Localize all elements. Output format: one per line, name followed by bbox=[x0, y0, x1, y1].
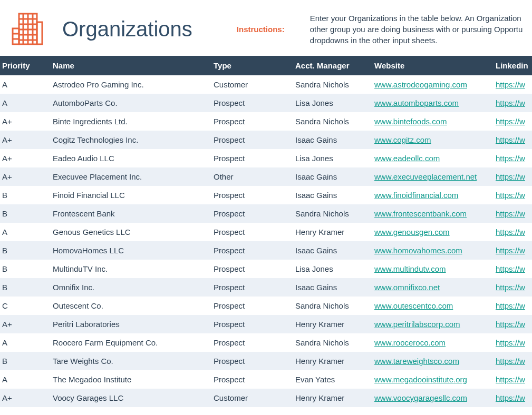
col-name[interactable]: Name bbox=[53, 56, 214, 75]
cell-linkedin[interactable]: https://w bbox=[496, 333, 532, 352]
col-priority[interactable]: Priority bbox=[0, 56, 53, 75]
website-link[interactable]: www.voocygaragesllc.com bbox=[374, 393, 467, 402]
linkedin-link[interactable]: https://w bbox=[496, 246, 525, 255]
cell-name[interactable]: Astrodeo Pro Gaming Inc. bbox=[53, 75, 214, 94]
cell-priority[interactable]: A bbox=[0, 370, 53, 389]
cell-linkedin[interactable]: https://w bbox=[496, 131, 532, 149]
cell-manager[interactable]: Isaac Gains bbox=[295, 131, 374, 149]
table-row[interactable]: BFrontescent BankProspectSandra Nicholsw… bbox=[0, 204, 532, 223]
cell-linkedin[interactable]: https://w bbox=[496, 223, 532, 241]
website-link[interactable]: www.eadeollc.com bbox=[374, 154, 440, 163]
cell-manager[interactable]: Henry Kramer bbox=[295, 389, 374, 407]
table-row[interactable]: A+Binte Ingredients Ltd.ProspectSandra N… bbox=[0, 112, 532, 131]
table-row[interactable]: BMultinduTV Inc.ProspectLisa Joneswww.mu… bbox=[0, 260, 532, 278]
cell-linkedin[interactable]: https://w bbox=[496, 260, 532, 278]
cell-name[interactable]: Finoid Financial LLC bbox=[53, 186, 214, 204]
cell-priority[interactable]: B bbox=[0, 352, 53, 370]
website-link[interactable]: www.peritrilabscorp.com bbox=[374, 320, 460, 329]
cell-manager[interactable]: Evan Yates bbox=[295, 370, 374, 389]
cell-linkedin[interactable]: https://w bbox=[496, 278, 532, 297]
cell-type[interactable]: Prospect bbox=[214, 241, 295, 260]
cell-manager[interactable]: Henry Kramer bbox=[295, 223, 374, 241]
table-row[interactable]: A+Voocy Garages LLCCustomerHenry Kramerw… bbox=[0, 389, 532, 407]
website-link[interactable]: www.multindutv.com bbox=[374, 264, 446, 273]
cell-type[interactable]: Other bbox=[214, 167, 295, 186]
cell-linkedin[interactable]: https://w bbox=[496, 186, 532, 204]
cell-website[interactable]: www.frontescentbank.com bbox=[374, 204, 496, 223]
cell-name[interactable]: Eadeo Audio LLC bbox=[53, 149, 214, 167]
cell-manager[interactable]: Sandra Nichols bbox=[295, 112, 374, 131]
col-manager[interactable]: Acct. Manager bbox=[295, 56, 374, 75]
table-row[interactable]: BFinoid Financial LLCProspectIsaac Gains… bbox=[0, 186, 532, 204]
table-row[interactable]: ARoocero Farm Equipment Co.ProspectSandr… bbox=[0, 333, 532, 352]
website-link[interactable]: www.outescentco.com bbox=[374, 301, 453, 310]
cell-manager[interactable]: Isaac Gains bbox=[295, 278, 374, 297]
table-row[interactable]: BHomovaHomes LLCProspectIsaac Gainswww.h… bbox=[0, 241, 532, 260]
table-row[interactable]: BTare Weights Co.ProspectHenry Kramerwww… bbox=[0, 352, 532, 370]
linkedin-link[interactable]: https://w bbox=[496, 375, 525, 384]
cell-priority[interactable]: A+ bbox=[0, 389, 53, 407]
linkedin-link[interactable]: https://w bbox=[496, 98, 525, 107]
linkedin-link[interactable]: https://w bbox=[496, 357, 525, 365]
table-row[interactable]: A+Peritri LaboratoriesProspectHenry Kram… bbox=[0, 315, 532, 333]
cell-website[interactable]: www.outescentco.com bbox=[374, 297, 496, 315]
cell-linkedin[interactable]: https://w bbox=[496, 297, 532, 315]
cell-name[interactable]: Peritri Laboratories bbox=[53, 315, 214, 333]
cell-type[interactable]: Prospect bbox=[214, 186, 295, 204]
linkedin-link[interactable]: https://w bbox=[496, 80, 525, 89]
linkedin-link[interactable]: https://w bbox=[496, 393, 525, 402]
cell-type[interactable]: Prospect bbox=[214, 131, 295, 149]
website-link[interactable]: www.rooceroco.com bbox=[374, 338, 446, 347]
cell-website[interactable]: www.finoidfinancial.com bbox=[374, 186, 496, 204]
cell-website[interactable]: www.peritrilabscorp.com bbox=[374, 315, 496, 333]
cell-name[interactable]: Cogitz Technologies Inc. bbox=[53, 131, 214, 149]
cell-type[interactable]: Prospect bbox=[214, 352, 295, 370]
cell-manager[interactable]: Isaac Gains bbox=[295, 241, 374, 260]
cell-website[interactable]: www.voocygaragesllc.com bbox=[374, 389, 496, 407]
cell-name[interactable]: Frontescent Bank bbox=[53, 204, 214, 223]
table-row[interactable]: A+Eadeo Audio LLCProspectLisa Joneswww.e… bbox=[0, 149, 532, 167]
cell-type[interactable]: Prospect bbox=[214, 112, 295, 131]
cell-type[interactable]: Prospect bbox=[214, 204, 295, 223]
cell-priority[interactable]: C bbox=[0, 297, 53, 315]
cell-website[interactable]: www.astrodeogaming.com bbox=[374, 75, 496, 94]
website-link[interactable]: www.execuveeplacement.net bbox=[374, 172, 477, 181]
cell-manager[interactable]: Sandra Nichols bbox=[295, 333, 374, 352]
linkedin-link[interactable]: https://w bbox=[496, 264, 525, 273]
cell-linkedin[interactable]: https://w bbox=[496, 389, 532, 407]
linkedin-link[interactable]: https://w bbox=[496, 209, 525, 218]
table-row[interactable]: AAstrodeo Pro Gaming Inc.CustomerSandra … bbox=[0, 75, 532, 94]
linkedin-link[interactable]: https://w bbox=[496, 117, 525, 126]
cell-website[interactable]: www.omnifixco.net bbox=[374, 278, 496, 297]
cell-website[interactable]: www.genousgen.com bbox=[374, 223, 496, 241]
cell-website[interactable]: www.homovahomes.com bbox=[374, 241, 496, 260]
cell-website[interactable]: www.automboparts.com bbox=[374, 94, 496, 112]
cell-linkedin[interactable]: https://w bbox=[496, 149, 532, 167]
cell-type[interactable]: Prospect bbox=[214, 297, 295, 315]
cell-linkedin[interactable]: https://w bbox=[496, 112, 532, 131]
table-row[interactable]: COutescent Co.ProspectSandra Nicholswww.… bbox=[0, 297, 532, 315]
cell-website[interactable]: www.execuveeplacement.net bbox=[374, 167, 496, 186]
cell-priority[interactable]: A bbox=[0, 333, 53, 352]
website-link[interactable]: www.astrodeogaming.com bbox=[374, 80, 467, 89]
cell-manager[interactable]: Lisa Jones bbox=[295, 260, 374, 278]
linkedin-link[interactable]: https://w bbox=[496, 301, 525, 310]
table-row[interactable]: AAutomboParts Co.ProspectLisa Joneswww.a… bbox=[0, 94, 532, 112]
cell-linkedin[interactable]: https://w bbox=[496, 241, 532, 260]
cell-priority[interactable]: B bbox=[0, 204, 53, 223]
linkedin-link[interactable]: https://w bbox=[496, 228, 525, 236]
website-link[interactable]: www.bintefoods.com bbox=[374, 117, 447, 126]
cell-type[interactable]: Prospect bbox=[214, 223, 295, 241]
cell-name[interactable]: MultinduTV Inc. bbox=[53, 260, 214, 278]
table-row[interactable]: A+Cogitz Technologies Inc.ProspectIsaac … bbox=[0, 131, 532, 149]
table-row[interactable]: AThe Megadoo InstituteProspectEvan Yates… bbox=[0, 370, 532, 389]
cell-name[interactable]: Tare Weights Co. bbox=[53, 352, 214, 370]
cell-type[interactable]: Customer bbox=[214, 389, 295, 407]
cell-priority[interactable]: B bbox=[0, 186, 53, 204]
cell-priority[interactable]: A bbox=[0, 75, 53, 94]
cell-type[interactable]: Prospect bbox=[214, 278, 295, 297]
website-link[interactable]: www.finoidfinancial.com bbox=[374, 191, 458, 200]
cell-type[interactable]: Prospect bbox=[214, 149, 295, 167]
cell-name[interactable]: Roocero Farm Equipment Co. bbox=[53, 333, 214, 352]
cell-priority[interactable]: A bbox=[0, 94, 53, 112]
